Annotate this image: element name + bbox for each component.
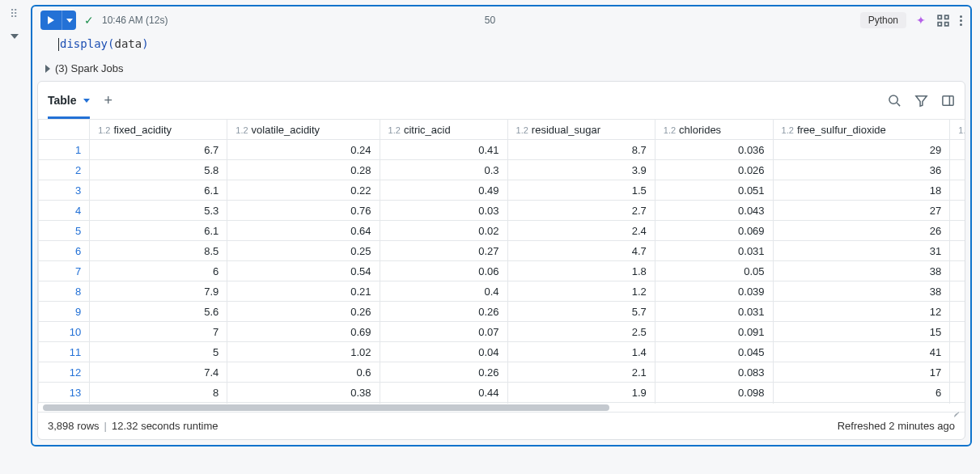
cell[interactable]: 2 [950,322,965,342]
cell[interactable]: 29 [773,140,950,160]
row-number[interactable]: 4 [39,201,90,221]
cell[interactable]: 6 [773,383,950,403]
cell[interactable]: 0.4 [380,281,507,302]
cell[interactable]: 7 [90,322,227,342]
horizontal-scrollbar-track[interactable] [38,404,965,412]
cell[interactable]: 0.25 [227,241,380,261]
cell[interactable]: 12 [773,302,950,322]
expand-icon[interactable] [935,14,950,28]
cell[interactable]: 5.7 [507,302,655,322]
cell[interactable]: 2.4 [507,221,655,241]
cell[interactable]: 0.039 [655,281,773,302]
table-row[interactable]: 95.60.260.265.70.031128 [39,302,965,322]
cell[interactable]: 17 [773,362,950,383]
spark-jobs-toggle[interactable]: (3) Spark Jobs [32,59,970,81]
resize-handle-icon[interactable] [950,405,960,415]
code-editor[interactable]: display(data) [32,34,970,59]
cell[interactable]: 0.22 [227,180,380,201]
table-row[interactable]: 1380.380.441.90.09861 [39,383,965,403]
assistant-icon[interactable]: ✦ [916,14,926,27]
cell[interactable]: 0.21 [227,281,380,302]
cell[interactable]: 8 [950,302,965,322]
table-row[interactable]: 1070.690.072.50.091152 [39,322,965,342]
table-row[interactable]: 87.90.210.41.20.0393810 [39,281,965,302]
cell[interactable]: 0.036 [655,140,773,160]
cell[interactable]: 0.26 [380,362,507,383]
cell[interactable]: 38 [773,281,950,302]
cell[interactable]: 0.44 [380,383,507,403]
cell[interactable]: 0.026 [655,160,773,180]
cell[interactable]: 2.1 [507,362,655,383]
table-row[interactable]: 760.540.061.80.05388 [39,261,965,281]
cell[interactable]: 0.06 [380,261,507,281]
cell[interactable]: 15 [773,322,950,342]
cell[interactable]: 0.3 [380,160,507,180]
row-number[interactable]: 13 [39,383,90,403]
table-row[interactable]: 36.10.220.491.50.051188 [39,180,965,201]
cell[interactable]: 27 [773,201,950,221]
row-number[interactable]: 11 [39,342,90,362]
cell[interactable]: 6 [90,261,227,281]
run-button[interactable] [40,11,62,30]
filter-icon[interactable] [914,94,928,108]
column-header[interactable]: 1.2fixed_acidity [90,120,227,140]
cell[interactable]: 8 [90,383,227,403]
panel-icon[interactable] [941,94,955,108]
cell[interactable]: 2.7 [507,201,655,221]
cell[interactable]: 0.64 [227,221,380,241]
cell[interactable]: 10 [950,160,965,180]
row-number[interactable]: 1 [39,140,90,160]
cell-menu-button[interactable] [960,15,962,26]
cell[interactable]: 0.76 [227,201,380,221]
cell[interactable]: 8 [950,342,965,362]
row-number[interactable]: 6 [39,241,90,261]
cell[interactable]: 7.4 [90,362,227,383]
cell[interactable]: 1.4 [507,342,655,362]
cell[interactable]: 9 [950,201,965,221]
cell[interactable]: 26 [773,221,950,241]
cell[interactable]: 0.28 [227,160,380,180]
cell[interactable]: 1.9 [507,383,655,403]
cell[interactable]: 1.5 [507,180,655,201]
cell[interactable]: 3.9 [507,160,655,180]
cell[interactable]: 38 [773,261,950,281]
cell[interactable]: 1.8 [507,261,655,281]
cell[interactable]: 4 [950,221,965,241]
cell[interactable]: 9 [950,362,965,383]
table-row[interactable]: 45.30.760.032.70.043279 [39,201,965,221]
row-number-header[interactable] [39,120,90,140]
cell[interactable]: 41 [773,342,950,362]
cell[interactable]: 8 [950,180,965,201]
row-number[interactable]: 2 [39,160,90,180]
cell[interactable]: 1 [950,383,965,403]
cell[interactable]: 0.07 [380,322,507,342]
language-selector[interactable]: Python [860,12,906,28]
table-row[interactable]: 16.70.240.418.70.0362914 [39,140,965,160]
cell[interactable]: 8 [950,261,965,281]
cell[interactable]: 0.05 [655,261,773,281]
table-row[interactable]: 56.10.640.022.40.069264 [39,221,965,241]
cell[interactable]: 8.7 [507,140,655,160]
cell[interactable]: 6.7 [90,140,227,160]
cell[interactable]: 36 [773,160,950,180]
table-row[interactable]: 1151.020.041.40.045418 [39,342,965,362]
row-number[interactable]: 9 [39,302,90,322]
cell[interactable]: 0.083 [655,362,773,383]
table-row[interactable]: 127.40.60.262.10.083179 [39,362,965,383]
row-number[interactable]: 10 [39,322,90,342]
cell[interactable]: 0.069 [655,221,773,241]
cell[interactable]: 0.04 [380,342,507,362]
row-number[interactable]: 7 [39,261,90,281]
cell[interactable]: 1.2 [507,281,655,302]
cell[interactable]: 0.27 [380,241,507,261]
cell[interactable]: 0.02 [380,221,507,241]
cell[interactable]: 0.031 [655,241,773,261]
row-number[interactable]: 3 [39,180,90,201]
cell[interactable]: 1.02 [227,342,380,362]
cell[interactable]: 5.3 [90,201,227,221]
tab-table[interactable]: Table [48,82,90,119]
column-header[interactable]: 1.2volatile_acidity [227,120,380,140]
cell[interactable]: 0.051 [655,180,773,201]
cell[interactable]: 7.9 [90,281,227,302]
cell[interactable]: 6.1 [90,180,227,201]
